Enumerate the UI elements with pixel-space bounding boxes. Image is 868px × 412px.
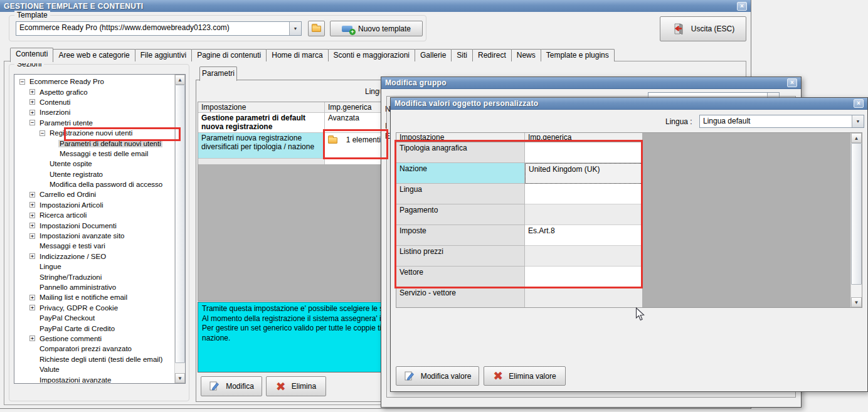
tree-item-carrello-ed-ordini[interactable]: +Carrello ed Ordini: [16, 189, 174, 199]
tree-item-ecommerce-ready-pro[interactable]: −Ecommerce Ready Pro: [16, 77, 174, 87]
tree-item-messaggi-e-testi-delle-email[interactable]: Messaggi e testi delle email: [16, 149, 174, 159]
modify-value-button[interactable]: Modifica valore: [396, 366, 479, 386]
tab-parametri[interactable]: Parametri: [199, 66, 237, 81]
param-row-value[interactable]: 1 elementi: [325, 133, 384, 158]
values-table-scrollbar[interactable]: ▲ ▼: [850, 133, 862, 307]
collapse-icon[interactable]: −: [19, 79, 25, 85]
values-row-value[interactable]: United Kingdom (UK): [525, 163, 642, 184]
tab-redirect[interactable]: Redirect: [472, 49, 512, 61]
values-row-name[interactable]: Servizio - vettore: [396, 287, 525, 308]
values-row-name[interactable]: Pagamento: [396, 204, 525, 225]
tree-item-gestione-commenti[interactable]: +Gestione commenti: [16, 334, 174, 344]
new-template-button[interactable]: Nuovo template: [330, 21, 423, 36]
values-row-pagamento[interactable]: Pagamento: [396, 204, 642, 225]
tree-item-impostazioni-articoli[interactable]: +Impostazioni Articoli: [16, 200, 174, 210]
values-row-name[interactable]: Nazione: [396, 163, 525, 184]
expand-icon[interactable]: +: [29, 253, 35, 259]
expand-icon[interactable]: +: [29, 99, 35, 105]
tab-pagine-di-contenuti[interactable]: Pagine di contenuti: [191, 49, 267, 61]
tree-item-richieste-degli-utenti-testi-delle-email[interactable]: Richieste degli utenti (testi delle emai…: [16, 354, 174, 364]
tree-item-paypal-checkout[interactable]: PayPal Checkout: [16, 313, 174, 323]
expand-icon[interactable]: +: [29, 110, 35, 115]
values-row-tipologia-anagrafica[interactable]: Tipologia anagrafica: [396, 142, 642, 163]
dialog-gruppo-close-icon[interactable]: ×: [787, 78, 797, 87]
param-row-name[interactable]: Parametri nuova registrazione diversific…: [198, 133, 325, 158]
lingua-combobox-arrow-icon[interactable]: ▼: [852, 115, 864, 127]
tree-item-messaggi-e-testi-vari[interactable]: Messaggi e testi vari: [16, 241, 174, 251]
values-scrollbar-thumb[interactable]: [851, 143, 862, 285]
tab-aree-web-e-categorie[interactable]: Aree web e categorie: [53, 49, 135, 61]
values-row-servizio-vettore[interactable]: Servizio - vettore: [396, 287, 642, 308]
values-row-name[interactable]: Imposte: [396, 225, 525, 246]
values-row-value[interactable]: [525, 287, 642, 308]
tab-contenuti[interactable]: Contenuti: [10, 48, 53, 62]
tree-item-inserzioni[interactable]: +Inserzioni: [16, 107, 174, 117]
delete-value-button[interactable]: ✖ Elimina valore: [484, 366, 566, 386]
values-row-name[interactable]: Vettore: [396, 267, 525, 287]
modify-button[interactable]: Modifica: [201, 376, 262, 396]
tree-item-lingue[interactable]: Lingue: [16, 261, 174, 272]
expand-icon[interactable]: +: [29, 192, 35, 198]
tree-item-paypal-carte-di-credito[interactable]: PayPal Carte di Credito: [16, 323, 174, 333]
values-scroll-down-icon[interactable]: ▼: [851, 297, 862, 307]
tab-sconti-e-maggiorazioni[interactable]: Sconti e maggiorazioni: [328, 49, 415, 61]
values-row-name[interactable]: Listino prezzi: [396, 246, 525, 267]
template-combobox-arrow-icon[interactable]: ▼: [289, 22, 301, 35]
tree-item-stringhe-traduzioni[interactable]: Stringhe/Traduzioni: [16, 272, 174, 282]
values-row-value[interactable]: Es.Art.8: [525, 225, 642, 246]
expand-icon[interactable]: +: [29, 223, 35, 228]
tree-item-utente-registrato[interactable]: Utente registrato: [16, 169, 174, 179]
delete-button[interactable]: ✖ Elimina: [266, 376, 326, 396]
tab-file-aggiuntivi[interactable]: File aggiuntivi: [135, 49, 192, 61]
values-row-value[interactable]: [525, 204, 642, 225]
tree-item-aspetto-grafico[interactable]: +Aspetto grafico: [16, 87, 174, 97]
tree-scroll-up-icon[interactable]: ▲: [175, 75, 185, 85]
tree-item-privacy-gdpr-e-cookie[interactable]: +Privacy, GDPR e Cookie: [16, 303, 174, 313]
collapse-icon[interactable]: −: [29, 120, 35, 125]
tree-item-valute[interactable]: Valute: [16, 364, 174, 374]
values-row-listino-prezzi[interactable]: Listino prezzi: [396, 246, 642, 267]
values-row-value[interactable]: [525, 184, 642, 204]
tree-scrollbar[interactable]: ▲ ▼: [174, 75, 185, 383]
tree-item-impostazioni-avanzate-sito[interactable]: +Impostazioni avanzate sito: [16, 231, 174, 241]
expand-icon[interactable]: +: [29, 305, 35, 310]
values-row-vettore[interactable]: Vettore: [396, 267, 642, 287]
main-close-icon[interactable]: ×: [737, 2, 747, 11]
values-row-name[interactable]: Lingua: [396, 184, 525, 204]
values-row-value[interactable]: [525, 142, 642, 163]
expand-icon[interactable]: +: [29, 89, 35, 95]
tree-item-pannello-amministrativo[interactable]: Pannello amministrativo: [16, 282, 174, 292]
tree-item-registrazione-nuovi-utenti[interactable]: −Registrazione nuovi utenti: [16, 128, 174, 138]
expand-icon[interactable]: +: [29, 233, 35, 239]
expand-icon[interactable]: +: [29, 213, 35, 218]
values-scroll-up-icon[interactable]: ▲: [851, 133, 862, 143]
tab-news[interactable]: News: [511, 49, 541, 61]
expand-icon[interactable]: +: [29, 335, 35, 341]
tree-item-parametri-utente[interactable]: −Parametri utente: [16, 118, 174, 128]
values-row-imposte[interactable]: ImposteEs.Art.8: [396, 225, 642, 246]
tree-item-indicizzazione-seo[interactable]: +Indicizzazione / SEO: [16, 251, 174, 261]
values-row-value[interactable]: [525, 267, 642, 287]
param-row-name[interactable]: Gestione parametri di default nuova regi…: [198, 113, 325, 132]
expand-icon[interactable]: +: [29, 202, 35, 208]
tab-template-e-plugins[interactable]: Template e plugins: [541, 49, 615, 61]
tree-item-ricerca-articoli[interactable]: +Ricerca articoli: [16, 210, 174, 220]
tab-siti[interactable]: Siti: [451, 49, 473, 61]
values-row-lingua[interactable]: Lingua: [396, 184, 642, 204]
param-row-value[interactable]: Avanzata: [325, 113, 384, 132]
values-row-value[interactable]: [525, 246, 642, 267]
lingua-combobox[interactable]: Lingua default ▼: [699, 115, 864, 128]
expand-icon[interactable]: +: [29, 295, 35, 300]
tree-scrollbar-thumb[interactable]: [175, 85, 185, 363]
values-row-name[interactable]: Tipologia anagrafica: [396, 142, 525, 163]
exit-button[interactable]: Uscita (ESC): [660, 16, 746, 41]
values-row-nazione[interactable]: NazioneUnited Kingdom (UK): [396, 163, 642, 184]
tree-item-parametri-di-default-nuovi-utenti[interactable]: Parametri di default nuovi utenti: [16, 138, 174, 148]
tree-item-modifica-della-password-di-accesso[interactable]: Modifica della password di accesso: [16, 179, 174, 189]
tab-gallerie[interactable]: Gallerie: [415, 49, 452, 61]
open-folder-button[interactable]: [308, 21, 325, 36]
tree-item-mailing-list-e-notifiche-email[interactable]: +Mailing list e notifiche email: [16, 292, 174, 302]
tree-item-comparatori-prezzi-avanzato[interactable]: Comparatori prezzi avanzato: [16, 344, 174, 354]
dialog-valori-close-icon[interactable]: ×: [854, 99, 864, 108]
tree-item-contenuti[interactable]: +Contenuti: [16, 97, 174, 107]
